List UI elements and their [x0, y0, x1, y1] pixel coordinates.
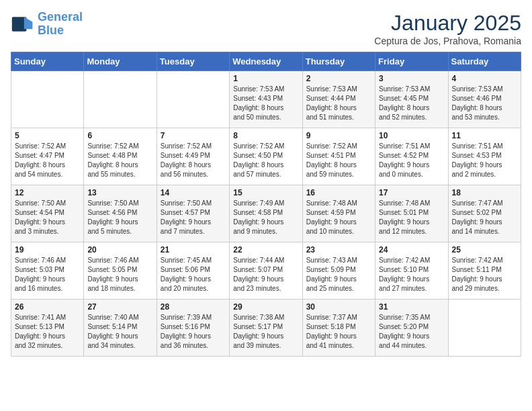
day-info: Sunrise: 7:46 AM Sunset: 5:05 PM Dayligh…	[87, 256, 153, 293]
day-info: Sunrise: 7:50 AM Sunset: 4:56 PM Dayligh…	[87, 199, 153, 236]
calendar-cell: 30Sunrise: 7:37 AM Sunset: 5:18 PM Dayli…	[302, 300, 375, 357]
day-number: 8	[233, 131, 299, 140]
day-info: Sunrise: 7:52 AM Sunset: 4:49 PM Dayligh…	[161, 142, 226, 179]
day-number: 27	[87, 302, 153, 312]
location-subtitle: Ceptura de Jos, Prahova, Romania	[374, 36, 521, 46]
calendar-cell	[84, 71, 157, 128]
calendar-cell: 31Sunrise: 7:35 AM Sunset: 5:20 PM Dayli…	[375, 300, 448, 357]
day-info: Sunrise: 7:48 AM Sunset: 5:01 PM Dayligh…	[379, 199, 445, 236]
calendar-cell: 12Sunrise: 7:50 AM Sunset: 4:54 PM Dayli…	[11, 185, 84, 242]
logo: General Blue	[11, 11, 83, 38]
calendar-cell: 9Sunrise: 7:52 AM Sunset: 4:51 PM Daylig…	[302, 128, 375, 185]
day-info: Sunrise: 7:38 AM Sunset: 5:17 PM Dayligh…	[233, 313, 299, 351]
calendar-table: SundayMondayTuesdayWednesdayThursdayFrid…	[11, 52, 521, 357]
weekday-header-cell: Saturday	[448, 52, 521, 71]
weekday-header-cell: Thursday	[302, 52, 375, 71]
day-number: 19	[15, 245, 81, 255]
day-number: 13	[87, 188, 153, 197]
calendar-cell: 18Sunrise: 7:47 AM Sunset: 5:02 PM Dayli…	[448, 185, 521, 242]
day-number: 6	[87, 131, 153, 140]
weekday-header-cell: Monday	[84, 52, 157, 71]
day-number: 17	[379, 188, 445, 197]
calendar-cell: 3Sunrise: 7:53 AM Sunset: 4:45 PM Daylig…	[375, 71, 448, 128]
calendar-week-row: 5Sunrise: 7:52 AM Sunset: 4:47 PM Daylig…	[11, 128, 521, 185]
calendar-cell	[157, 71, 229, 128]
day-number: 22	[233, 245, 299, 255]
day-number: 20	[87, 245, 153, 255]
calendar-cell: 28Sunrise: 7:39 AM Sunset: 5:16 PM Dayli…	[157, 300, 229, 357]
calendar-cell: 22Sunrise: 7:44 AM Sunset: 5:07 PM Dayli…	[230, 242, 302, 300]
day-info: Sunrise: 7:50 AM Sunset: 4:54 PM Dayligh…	[15, 199, 81, 236]
calendar-week-row: 1Sunrise: 7:53 AM Sunset: 4:43 PM Daylig…	[11, 71, 521, 128]
day-number: 3	[379, 74, 445, 83]
calendar-cell: 15Sunrise: 7:49 AM Sunset: 4:58 PM Dayli…	[230, 185, 302, 242]
calendar-week-row: 12Sunrise: 7:50 AM Sunset: 4:54 PM Dayli…	[11, 185, 521, 242]
day-number: 16	[306, 188, 372, 197]
calendar-cell: 24Sunrise: 7:42 AM Sunset: 5:10 PM Dayli…	[375, 242, 448, 300]
weekday-header-cell: Wednesday	[230, 52, 302, 71]
day-number: 2	[306, 74, 372, 83]
day-info: Sunrise: 7:53 AM Sunset: 4:43 PM Dayligh…	[233, 85, 299, 122]
day-number: 12	[15, 188, 81, 197]
day-number: 10	[379, 131, 445, 140]
day-number: 23	[306, 245, 372, 255]
day-info: Sunrise: 7:43 AM Sunset: 5:09 PM Dayligh…	[306, 256, 372, 293]
calendar-cell: 25Sunrise: 7:42 AM Sunset: 5:11 PM Dayli…	[448, 242, 521, 300]
day-info: Sunrise: 7:37 AM Sunset: 5:18 PM Dayligh…	[306, 313, 372, 351]
day-info: Sunrise: 7:52 AM Sunset: 4:48 PM Dayligh…	[87, 142, 153, 179]
calendar-cell: 21Sunrise: 7:45 AM Sunset: 5:06 PM Dayli…	[157, 242, 229, 300]
calendar-week-row: 19Sunrise: 7:46 AM Sunset: 5:03 PM Dayli…	[11, 242, 521, 300]
day-number: 11	[452, 131, 518, 140]
calendar-week-row: 26Sunrise: 7:41 AM Sunset: 5:13 PM Dayli…	[11, 300, 521, 357]
calendar-cell: 19Sunrise: 7:46 AM Sunset: 5:03 PM Dayli…	[11, 242, 84, 300]
day-number: 30	[306, 302, 372, 312]
calendar-cell: 14Sunrise: 7:50 AM Sunset: 4:57 PM Dayli…	[157, 185, 229, 242]
day-info: Sunrise: 7:49 AM Sunset: 4:58 PM Dayligh…	[233, 199, 299, 236]
day-number: 14	[161, 188, 226, 197]
calendar-cell: 29Sunrise: 7:38 AM Sunset: 5:17 PM Dayli…	[230, 300, 302, 357]
calendar-cell: 16Sunrise: 7:48 AM Sunset: 4:59 PM Dayli…	[302, 185, 375, 242]
day-info: Sunrise: 7:52 AM Sunset: 4:51 PM Dayligh…	[306, 142, 372, 179]
day-info: Sunrise: 7:44 AM Sunset: 5:07 PM Dayligh…	[233, 256, 299, 293]
calendar-cell: 2Sunrise: 7:53 AM Sunset: 4:44 PM Daylig…	[302, 71, 375, 128]
calendar-cell: 1Sunrise: 7:53 AM Sunset: 4:43 PM Daylig…	[230, 71, 302, 128]
calendar-cell: 23Sunrise: 7:43 AM Sunset: 5:09 PM Dayli…	[302, 242, 375, 300]
day-info: Sunrise: 7:52 AM Sunset: 4:47 PM Dayligh…	[15, 142, 81, 179]
calendar-cell: 20Sunrise: 7:46 AM Sunset: 5:05 PM Dayli…	[84, 242, 157, 300]
calendar-cell: 4Sunrise: 7:53 AM Sunset: 4:46 PM Daylig…	[448, 71, 521, 128]
day-info: Sunrise: 7:51 AM Sunset: 4:53 PM Dayligh…	[452, 142, 518, 179]
day-info: Sunrise: 7:47 AM Sunset: 5:02 PM Dayligh…	[452, 199, 518, 236]
calendar-cell: 17Sunrise: 7:48 AM Sunset: 5:01 PM Dayli…	[375, 185, 448, 242]
logo-icon	[11, 12, 35, 36]
month-title: January 2025	[374, 11, 521, 36]
weekday-header-cell: Sunday	[11, 52, 84, 71]
calendar-cell	[448, 300, 521, 357]
calendar-cell: 13Sunrise: 7:50 AM Sunset: 4:56 PM Dayli…	[84, 185, 157, 242]
day-info: Sunrise: 7:52 AM Sunset: 4:50 PM Dayligh…	[233, 142, 299, 179]
calendar-cell	[11, 71, 84, 128]
day-info: Sunrise: 7:50 AM Sunset: 4:57 PM Dayligh…	[161, 199, 226, 236]
weekday-header-cell: Tuesday	[157, 52, 229, 71]
day-number: 9	[306, 131, 372, 140]
calendar-cell: 27Sunrise: 7:40 AM Sunset: 5:14 PM Dayli…	[84, 300, 157, 357]
weekday-header-row: SundayMondayTuesdayWednesdayThursdayFrid…	[11, 52, 521, 71]
day-number: 26	[15, 302, 81, 312]
day-number: 25	[452, 245, 518, 255]
day-info: Sunrise: 7:53 AM Sunset: 4:44 PM Dayligh…	[306, 85, 372, 122]
day-number: 24	[379, 245, 445, 255]
day-number: 21	[161, 245, 226, 255]
page-header: General Blue January 2025 Ceptura de Jos…	[11, 11, 521, 46]
day-info: Sunrise: 7:53 AM Sunset: 4:45 PM Dayligh…	[379, 85, 445, 122]
day-info: Sunrise: 7:40 AM Sunset: 5:14 PM Dayligh…	[87, 313, 153, 351]
day-info: Sunrise: 7:35 AM Sunset: 5:20 PM Dayligh…	[379, 313, 445, 351]
svg-marker-1	[24, 17, 33, 29]
weekday-header-cell: Friday	[375, 52, 448, 71]
day-info: Sunrise: 7:41 AM Sunset: 5:13 PM Dayligh…	[15, 313, 81, 351]
calendar-cell: 7Sunrise: 7:52 AM Sunset: 4:49 PM Daylig…	[157, 128, 229, 185]
day-info: Sunrise: 7:46 AM Sunset: 5:03 PM Dayligh…	[15, 256, 81, 293]
day-info: Sunrise: 7:39 AM Sunset: 5:16 PM Dayligh…	[161, 313, 226, 351]
logo-text: General Blue	[38, 11, 83, 38]
day-number: 7	[161, 131, 226, 140]
day-info: Sunrise: 7:53 AM Sunset: 4:46 PM Dayligh…	[452, 85, 518, 122]
day-number: 4	[452, 74, 518, 83]
